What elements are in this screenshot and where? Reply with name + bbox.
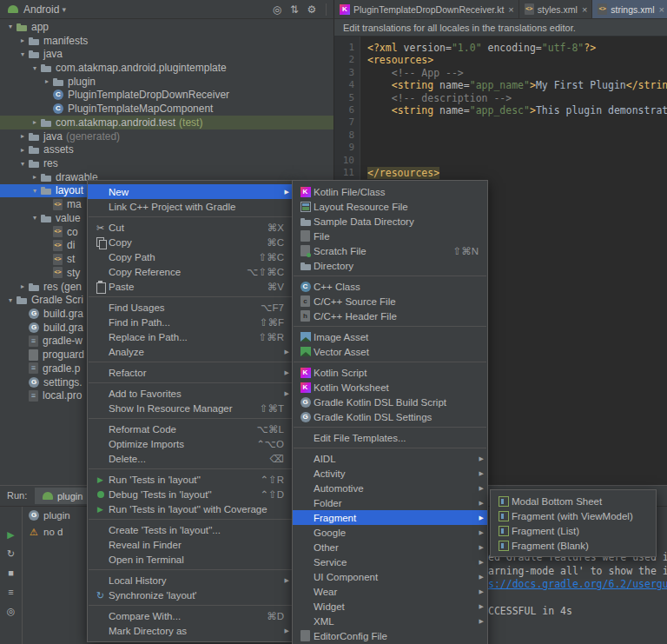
context-menu-item[interactable]: ✂Cut⌘X [88, 220, 293, 235]
new-submenu-item[interactable]: Fragment▶ [293, 510, 487, 525]
settings-gear-icon[interactable]: ⚙ [303, 3, 320, 16]
new-submenu-item[interactable]: KKotlin Worksheet [293, 380, 487, 395]
tree-item[interactable]: ▾res [0, 156, 334, 170]
tree-toggle-icon[interactable]: ▾ [5, 296, 16, 304]
chevron-down-icon[interactable]: ▾ [62, 5, 66, 14]
tree-item[interactable]: ▸plugin [0, 75, 334, 89]
context-menu-item[interactable]: Add to Favorites▶ [88, 386, 293, 401]
fragment-submenu-item[interactable]: Fragment (List) [491, 523, 656, 538]
context-menu-item[interactable]: Show In Resource Manager⇧⌘T [88, 401, 293, 415]
list-icon[interactable]: ≡ [8, 587, 13, 598]
project-view-selector[interactable]: Android [23, 3, 59, 16]
new-submenu-item[interactable]: Activity▶ [293, 466, 487, 481]
new-submenu-item[interactable]: Edit File Templates... [293, 430, 487, 445]
tab-close-icon[interactable]: × [582, 4, 587, 15]
new-submenu-item[interactable]: Image Asset [293, 329, 487, 344]
new-submenu-item[interactable]: Sample Data Directory [293, 214, 487, 229]
new-submenu-item[interactable]: Service▶ [293, 554, 487, 569]
tree-item[interactable]: ▸com.atakmap.android.test (test) [0, 116, 334, 129]
context-menu-item[interactable]: Compare With...⌘D [88, 608, 293, 623]
tab-close-icon[interactable]: × [659, 4, 664, 15]
new-submenu-item[interactable]: Google▶ [293, 525, 487, 540]
new-submenu-item[interactable]: Vector Asset [293, 344, 487, 359]
tree-item[interactable]: CPluginTemplateDropDownReceiver [0, 89, 334, 103]
context-menu-item[interactable]: Reformat Code⌥⌘L [88, 422, 293, 436]
new-submenu-item[interactable]: GGradle Kotlin DSL Build Script [293, 395, 487, 409]
context-menu-item[interactable]: ↻Synchronize 'layout' [88, 588, 293, 602]
context-menu-item[interactable]: Paste⌘V [88, 279, 293, 294]
context-menu-item[interactable]: Link C++ Project with Gradle [88, 199, 293, 214]
editor-tab[interactable]: <>strings.xml× [592, 0, 667, 18]
editor-tab[interactable]: KPluginTemplateDropDownReceiver.kt× [334, 0, 519, 18]
new-submenu-item[interactable]: AIDL▶ [293, 451, 487, 466]
context-menu-item[interactable]: Find Usages⌥F7 [88, 300, 293, 315]
new-submenu-item[interactable]: Scratch File⇧⌘N [293, 243, 487, 258]
new-submenu-item[interactable]: GGradle Kotlin DSL Settings [293, 409, 487, 424]
new-submenu-item[interactable]: UI Component▶ [293, 569, 487, 584]
tree-toggle-icon[interactable]: ▾ [30, 64, 40, 72]
context-menu-item[interactable]: Copy Path⇧⌘C [88, 249, 293, 264]
tree-toggle-icon[interactable]: ▸ [30, 173, 40, 181]
new-submenu-item[interactable]: Directory [293, 258, 487, 273]
tree-item[interactable]: ▸manifests [0, 34, 334, 48]
new-submenu-item[interactable]: Layout Resource File [293, 199, 487, 214]
context-menu-item[interactable]: Local History▶ [88, 573, 293, 588]
tree-toggle-icon[interactable]: ▸ [17, 146, 28, 154]
new-submenu-item[interactable]: Other▶ [293, 540, 487, 554]
new-submenu-item[interactable]: KKotlin Script [293, 365, 487, 380]
tree-toggle-icon[interactable]: ▸ [17, 282, 28, 290]
editor-tab[interactable]: <>styles.xml× [519, 0, 593, 18]
context-menu-item[interactable]: Refactor▶ [88, 365, 293, 380]
context-menu-item[interactable]: Replace in Path...⇧⌘R [88, 329, 293, 344]
context-menu-item[interactable]: ▶Run 'Tests in 'layout'' with Coverage [88, 501, 293, 516]
refresh-icon[interactable]: ↻ [7, 548, 15, 560]
context-menu-item[interactable]: Copy Reference⌥⇧⌘C [88, 264, 293, 279]
context-menu-item[interactable]: Create 'Tests in 'layout''... [88, 522, 293, 537]
new-submenu-item[interactable]: Wear▶ [293, 584, 487, 599]
tree-toggle-icon[interactable]: ▾ [17, 50, 28, 58]
context-menu-item[interactable]: Copy⌘C [88, 235, 293, 249]
context-menu-item[interactable]: Find in Path...⇧⌘F [88, 315, 293, 329]
run-tab-plugin[interactable]: plugin [35, 488, 89, 504]
context-menu-item[interactable]: Open in Terminal [88, 552, 293, 567]
tree-item[interactable]: CPluginTemplateMapComponent [0, 102, 334, 116]
new-submenu-item[interactable]: CC++ Class [293, 279, 487, 294]
context-menu-item[interactable]: Reveal in Finder [88, 537, 293, 552]
fragment-submenu-item[interactable]: Fragment (Blank) [491, 538, 656, 553]
tree-toggle-icon[interactable]: ▸ [42, 77, 52, 85]
tab-close-icon[interactable]: × [508, 4, 513, 15]
new-submenu-item[interactable]: KKotlin File/Class [293, 184, 487, 199]
new-submenu-item[interactable]: EditorConfig File [293, 628, 487, 643]
new-submenu-item[interactable]: File [293, 229, 487, 243]
context-menu-item[interactable]: ▶Run 'Tests in 'layout''⌃⇧R [88, 472, 293, 487]
tree-item[interactable]: ▸assets [0, 143, 334, 156]
context-menu-item[interactable]: Delete...⌫ [88, 451, 293, 466]
fragment-submenu-item[interactable]: Modal Bottom Sheet [491, 494, 656, 508]
context-menu-item[interactable]: Analyze▶ [88, 344, 293, 359]
tree-toggle-icon[interactable]: ▸ [17, 37, 28, 44]
context-menu-item[interactable]: Debug 'Tests in 'layout''⌃⇧D [88, 487, 293, 501]
context-menu-item[interactable]: Optimize Imports⌃⌥O [88, 436, 293, 451]
new-submenu-item[interactable]: Widget▶ [293, 599, 487, 614]
filter-icon[interactable]: ⇅ [286, 3, 303, 16]
tree-item[interactable]: ▸java (generated) [0, 129, 334, 143]
tree-toggle-icon[interactable]: ▸ [17, 132, 28, 140]
rerun-icon[interactable]: ▶ [7, 529, 14, 541]
new-submenu-item[interactable]: Automotive▶ [293, 481, 487, 495]
tree-item[interactable]: ▾com.atakmap.android.plugintemplate [0, 61, 334, 75]
tree-toggle-icon[interactable]: ▾ [30, 187, 40, 195]
context-menu-item[interactable]: New▶ [88, 184, 293, 199]
tree-toggle-icon[interactable]: ▾ [17, 160, 28, 168]
tree-toggle-icon[interactable]: ▾ [5, 23, 16, 30]
run-config-row[interactable]: G plugin [28, 509, 70, 521]
new-submenu-item[interactable]: Folder▶ [293, 495, 487, 510]
tree-toggle-icon[interactable]: ▸ [30, 118, 40, 126]
pin-icon[interactable]: ◎ [7, 606, 16, 617]
new-submenu-item[interactable]: hC/C++ Header File [293, 309, 487, 323]
new-submenu-item[interactable]: XML▶ [293, 614, 487, 628]
tree-item[interactable]: ▾app [0, 20, 334, 34]
new-submenu-item[interactable]: cC/C++ Source File [293, 294, 487, 309]
tree-item[interactable]: ▾java [0, 47, 334, 61]
fragment-submenu-item[interactable]: Fragment (with ViewModel) [491, 508, 656, 523]
console-link[interactable]: s://docs.gradle.org/6.2/userguide/c [488, 578, 667, 592]
